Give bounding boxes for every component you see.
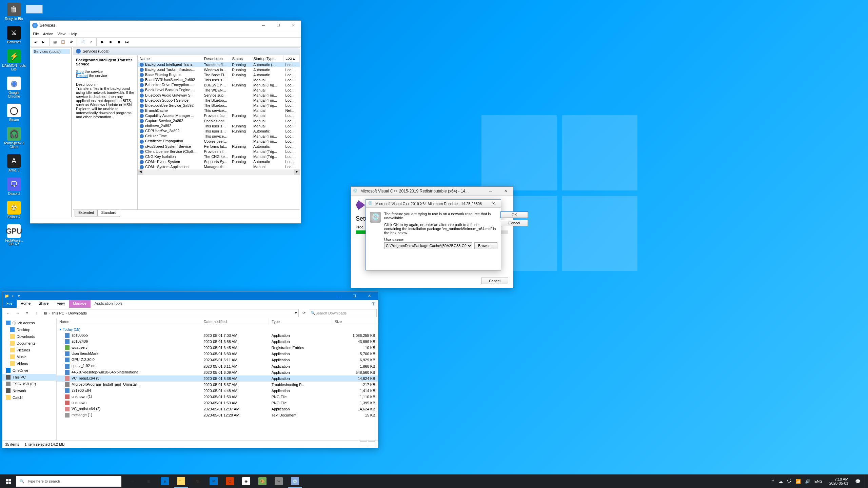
refresh-button[interactable]: ⟳: [299, 309, 308, 317]
column-header[interactable]: Startup Type: [251, 55, 283, 62]
service-row[interactable]: Client License Service (ClipS...Provides…: [138, 149, 300, 154]
search-input[interactable]: 🔍 Search Downloads: [309, 309, 377, 317]
column-header[interactable]: Date modified: [201, 318, 269, 325]
tray-clock[interactable]: 7:10 AM 2020-05-01: [827, 477, 851, 485]
tray-notifications-icon[interactable]: 💬: [855, 479, 861, 484]
file-row[interactable]: sp1024062020-05-01 6:58 AMApplication43,…: [57, 339, 378, 345]
column-header[interactable]: Size: [332, 318, 378, 325]
file-row[interactable]: MicrosoftProgram_Install_and_Uninstall..…: [57, 382, 378, 388]
tray-security-icon[interactable]: 🛡: [787, 479, 791, 484]
service-row[interactable]: Base Filtering EngineThe Base Fil...Runn…: [138, 72, 300, 77]
file-row[interactable]: cpu-z_1.92-en2020-05-01 6:11 AMApplicati…: [57, 363, 378, 369]
taskbar-chrome[interactable]: ◉: [238, 474, 254, 488]
nav-item[interactable]: Documents: [2, 340, 56, 347]
column-header[interactable]: Type: [269, 318, 332, 325]
taskbar-installer[interactable]: 💿: [287, 474, 303, 488]
column-header[interactable]: Log ▴: [283, 55, 300, 62]
desktop-icon[interactable]: ◯Steam: [2, 104, 26, 122]
nav-fwd-button[interactable]: →: [13, 309, 22, 317]
file-row[interactable]: VC_redist.x64 (2)2020-05-01 12:37 AMAppl…: [57, 406, 378, 412]
nav-back-button[interactable]: ◄: [32, 38, 39, 46]
tab-home[interactable]: Home: [17, 300, 35, 308]
service-row[interactable]: BluetoothUserService_2a892The Bluetoo...…: [138, 103, 300, 108]
service-row[interactable]: COM+ Event SystemSupports Sy...RunningAu…: [138, 159, 300, 164]
desktop-icon[interactable]: ⚔Battlenet: [2, 26, 26, 44]
close-button[interactable]: ✕: [498, 186, 513, 196]
menu-action[interactable]: Action: [43, 32, 54, 36]
minimize-button[interactable]: ─: [483, 186, 498, 196]
nav-item[interactable]: Pictures: [2, 347, 56, 353]
taskbar-search[interactable]: 🔍Type here to search: [16, 476, 121, 487]
service-row[interactable]: BranchCacheThis service ...ManualNet...: [138, 108, 300, 113]
tray-volume-icon[interactable]: 🔊: [805, 479, 810, 484]
tray-network-icon[interactable]: 📶: [795, 479, 801, 484]
file-row[interactable]: sp1036552020-05-01 7:03 AMApplication1,0…: [57, 332, 378, 339]
tab-standard[interactable]: Standard: [97, 210, 120, 217]
breadcrumb-bar[interactable]: 🖥 › This PC › Downloads ▾: [42, 309, 299, 317]
service-row[interactable]: CNG Key IsolationThe CNG ke...RunningMan…: [138, 154, 300, 159]
close-button[interactable]: ✕: [486, 199, 501, 208]
nav-item[interactable]: OneDrive: [2, 367, 56, 374]
file-row[interactable]: UserBenchMark2020-05-01 6:30 AMApplicati…: [57, 351, 378, 357]
stop-link[interactable]: Stop: [76, 69, 84, 74]
cancel-button[interactable]: Cancel: [501, 220, 528, 226]
nav-recent-button[interactable]: ▾: [23, 309, 32, 317]
service-row[interactable]: Background Intelligent Trans...Transfers…: [138, 62, 300, 67]
maximize-button[interactable]: ☐: [271, 21, 286, 30]
ok-button[interactable]: OK: [501, 212, 528, 218]
help-button[interactable]: ?: [87, 38, 95, 46]
menu-file[interactable]: File: [33, 32, 39, 36]
column-header[interactable]: Name: [138, 55, 202, 62]
minimize-button[interactable]: ─: [256, 21, 271, 30]
titlebar[interactable]: Services ─ ☐ ✕: [30, 21, 301, 30]
menu-help[interactable]: Help: [70, 32, 77, 36]
source-path-input[interactable]: C:\ProgramData\Package Cache\{50A2BC33-C…: [384, 242, 472, 249]
file-row[interactable]: VC_redist.x64 (3)2020-05-01 5:38 AMAppli…: [57, 375, 378, 382]
stop-button[interactable]: ■: [107, 38, 114, 46]
nav-item[interactable]: Music: [2, 353, 56, 360]
view-details-button[interactable]: [360, 441, 367, 447]
service-row[interactable]: Bluetooth Support ServiceThe Bluetoo...M…: [138, 98, 300, 103]
tray-chevron-icon[interactable]: ˄: [772, 479, 774, 484]
file-row[interactable]: unknown (1)2020-05-01 1:53 AMPNG File1,1…: [57, 394, 378, 400]
tab-manage[interactable]: Manage: [69, 300, 91, 308]
maximize-button[interactable]: ☐: [347, 291, 362, 301]
tree-item-services-local[interactable]: Services (Local): [33, 49, 70, 54]
tab-file[interactable]: File: [2, 300, 17, 308]
service-row[interactable]: CDPUserSvc_2a892This user ser...RunningA…: [138, 128, 300, 134]
nav-item[interactable]: Videos: [2, 360, 56, 367]
nav-item[interactable]: This PC: [2, 374, 56, 381]
chevron-down-icon[interactable]: ▾: [295, 311, 297, 315]
service-row[interactable]: BcastDVRUserService_2a892This user ser..…: [138, 77, 300, 82]
tray-onedrive-icon[interactable]: ☁: [778, 479, 783, 484]
crumb-downloads[interactable]: Downloads: [68, 311, 86, 315]
taskbar-office[interactable]: O: [222, 474, 238, 488]
start-button[interactable]: [0, 474, 16, 488]
taskbar-snip[interactable]: ✂: [271, 474, 287, 488]
cancel-button[interactable]: Cancel: [481, 278, 508, 284]
play-button[interactable]: ▶: [99, 38, 106, 46]
desktop-icon[interactable]: 🗑Recycle Bin: [2, 3, 26, 21]
service-row[interactable]: BitLocker Drive Encryption ...BDESVC hos…: [138, 82, 300, 87]
export-button[interactable]: 📋: [59, 38, 67, 46]
taskbar-cortana[interactable]: ○: [124, 474, 140, 488]
help-icon[interactable]: ⓘ: [369, 300, 378, 308]
column-header[interactable]: Description: [202, 55, 230, 62]
services-list[interactable]: NameDescriptionStatusStartup TypeLog ▴ B…: [138, 55, 300, 209]
service-row[interactable]: CaptureService_2a892Enables opti...Manua…: [138, 118, 300, 123]
view-icons-button[interactable]: [368, 441, 375, 447]
show-desktop-button[interactable]: [865, 474, 867, 488]
column-header[interactable]: Status: [230, 55, 251, 62]
service-row[interactable]: Bluetooth Audio Gateway S...Service sup.…: [138, 93, 300, 98]
tray-language[interactable]: ENG: [814, 479, 823, 483]
service-row[interactable]: Block Level Backup Engine ...The WBENG..…: [138, 87, 300, 93]
service-row[interactable]: Background Tasks Infrastruc...Windows in…: [138, 67, 300, 72]
horizontal-scrollbar[interactable]: ◄►: [138, 169, 300, 175]
service-row[interactable]: cbdhsvc_2a892This user ser...RunningManu…: [138, 123, 300, 128]
nav-item[interactable]: Desktop: [2, 326, 56, 333]
service-row[interactable]: Cellular TimeThis service ...Manual (Tri…: [138, 134, 300, 139]
restart-button[interactable]: ⏭: [123, 38, 131, 46]
properties-button[interactable]: 📄: [79, 38, 86, 46]
nav-item[interactable]: Quick access: [2, 320, 56, 326]
file-row[interactable]: GPU-Z.2.30.02020-05-01 6:11 AMApplicatio…: [57, 357, 378, 363]
